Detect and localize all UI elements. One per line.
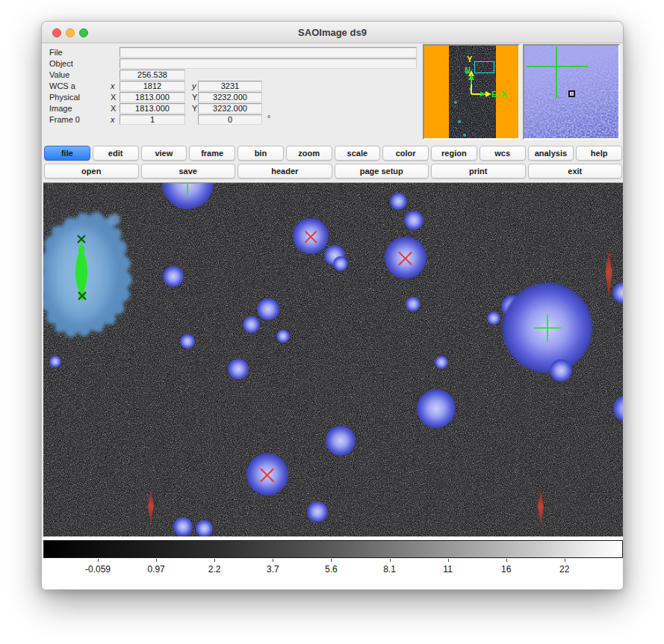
info-field-1: 256.538 [120,69,185,80]
menu-button-scale[interactable]: scale [335,146,381,161]
menu-button-frame[interactable]: frame [189,146,235,161]
info-field-1: 1812 [120,81,185,91]
info-label: Object [49,59,73,68]
info-row-physical: PhysicalX1813.000Y3232.000 [42,92,423,102]
info-label: File [49,48,63,57]
axis-letter: X [111,93,116,102]
colorbar-tick-label: 22 [559,564,569,575]
axis-letter: Y [192,104,197,113]
menu-button-bin[interactable]: bin [238,146,284,161]
colorbar-tick [565,559,565,562]
axis-letter: Y [192,93,197,102]
info-field-wide [120,58,417,69]
info-row-frame-0: Frame 0x10° [42,114,423,125]
info-label: Image [49,104,72,113]
compass-x-label: X [501,90,506,98]
info-row-value: Value256.538 [42,69,423,80]
colorbar-tick [448,559,449,562]
star-blob [228,359,249,380]
degree-symbol: ° [267,114,270,123]
window-title: SAOImage ds9 [42,27,623,38]
colorbar-tick [331,559,332,562]
colorbar-tick-label: 11 [443,564,452,575]
green-crosshair-marker [534,315,561,341]
compass-e-label: E [491,90,497,98]
colorbar-tick [214,559,215,562]
menu-button-zoom[interactable]: zoom [286,146,332,161]
compass-n-label: N [465,66,471,74]
colorbar-tick [98,559,99,562]
magnifier-cursor-box [568,90,575,97]
colorbar-tick-label: 2.2 [208,564,221,575]
menu-button-analysis[interactable]: analysis [528,146,574,161]
info-row-wcs-a: WCS ax1812y3231 [42,81,423,91]
star-blob [404,211,423,229]
title-bar[interactable]: SAOImage ds9 [42,22,623,43]
menu-button-help[interactable]: help [576,146,622,161]
compass-y-label: Y [467,55,472,63]
info-label: WCS a [49,81,75,90]
menu-button-file[interactable]: file [44,146,90,161]
main-image-canvas[interactable] [43,182,623,536]
star-blob [49,356,61,368]
star-blob [307,501,328,522]
saturated-galaxy [43,196,161,353]
magnifier [523,44,620,140]
magnifier-crosshair-vertical [556,46,557,99]
info-label: Physical [49,93,80,102]
info-field-2: 3232.000 [198,92,262,102]
info-field-1: 1813.000 [120,92,185,102]
info-row-file: File [42,47,423,58]
command-button-open[interactable]: open [44,164,139,179]
colorbar-tick-label: 8.1 [383,564,396,575]
info-row-object: Object [42,58,423,69]
command-button-save[interactable]: save [141,164,236,179]
colorbar-tick [273,559,273,562]
star-blob [173,517,192,536]
star-blob [550,359,572,382]
info-row-image: ImageX1813.000Y3232.000 [42,103,423,114]
panner[interactable]: Y N E X [423,44,520,140]
axis-letter: X [111,104,116,113]
menu-button-edit[interactable]: edit [93,146,139,161]
red-x-marker [258,465,276,483]
colorbar-tick [156,559,157,562]
colorbar-tick-label: 5.6 [325,564,338,575]
command-button-page-setup[interactable]: page setup [335,164,429,179]
menu-button-color[interactable]: color [382,146,429,161]
star-blob [257,298,279,321]
menu-button-wcs[interactable]: wcs [480,146,526,161]
info-field-1: 1813.000 [120,103,185,114]
command-bar: opensaveheaderpage setupprintexit [43,164,623,180]
colorbar-tick-label: -0.059 [85,564,111,575]
star-blob [326,426,355,455]
info-field-2: 3232.000 [198,103,262,114]
colorbar-tick [390,559,391,562]
red-x-marker [396,248,415,267]
star-blob [163,266,184,287]
colorbar-tick-label: 16 [501,564,511,575]
star-blob [243,316,260,333]
info-label: Value [49,70,69,79]
colorbar-tick [506,559,507,562]
app-window: SAOImage ds9 FileObjectValue256.538WCS a… [41,21,624,589]
command-button-header[interactable]: header [238,164,332,179]
info-panel: FileObjectValue256.538WCS ax1812y3231Phy… [42,44,423,144]
command-button-exit[interactable]: exit [528,164,623,179]
colorbar-tick-label: 0.97 [147,564,164,575]
info-field-2: 3231 [198,81,262,91]
red-x-marker [302,228,319,244]
info-field-1: 1 [120,114,185,125]
colorbar-tick-label: 3.7 [267,564,279,575]
colorbar[interactable] [43,540,623,558]
menu-button-region[interactable]: region [431,146,477,161]
info-field-2: 0 [198,114,262,125]
menu-button-view[interactable]: view [141,146,187,161]
axis-letter: y [192,81,196,90]
green-crosshair-marker [176,182,199,194]
axis-letter: x [111,115,115,124]
command-button-print[interactable]: print [431,164,526,179]
axis-letter: x [111,81,115,90]
info-label: Frame 0 [49,115,80,124]
magnifier-crosshair-horizontal [527,66,588,67]
